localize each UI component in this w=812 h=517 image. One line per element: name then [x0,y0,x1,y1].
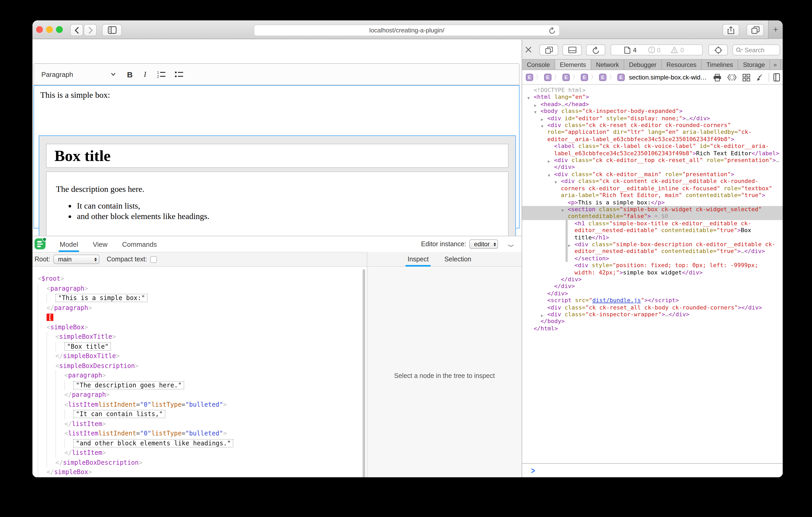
inspector-tab-model[interactable]: Model [59,236,79,252]
model-text-node[interactable]: "This is a simple box:" [55,294,148,302]
model-tree-line[interactable]: "This is a simple box:" [38,293,362,303]
dom-tree-line[interactable]: ▼<html lang="en"> [522,94,783,101]
model-tree-line[interactable]: <simpleBoxDescription> [38,361,362,371]
model-text-node[interactable]: "Box title" [64,342,111,351]
forward-button[interactable] [84,24,97,36]
console-prompt[interactable]: > [522,463,783,477]
reload-page-button[interactable] [586,44,605,55]
inspector-tab-commands[interactable]: Commands [121,236,158,252]
details-sidebar-icon[interactable] [773,73,780,82]
dom-tree-line[interactable]: ▶<div class="ck ck-editor__top ck-reset_… [522,157,783,171]
inspector-tab-view[interactable]: View [92,236,109,252]
editor-instance-select[interactable]: editor ▲▼ [469,239,498,249]
tab-overview-button[interactable] [747,24,764,36]
italic-button[interactable]: I [144,70,146,79]
dom-tree-line[interactable]: <!DOCTYPE html> [522,87,783,94]
model-tree-line[interactable]: "Box title" [38,342,362,351]
collapsed-arrow-icon[interactable]: ▶ [568,242,571,249]
close-devtools-button[interactable] [525,44,532,55]
devtools-tab-console[interactable]: Console [522,60,555,69]
dom-tree-line[interactable]: ▼<div class="ck ck-reset ck-editor ck-ro… [522,122,783,143]
dom-tree-line[interactable]: ▼<div class="ck ck-content ck-editor__ed… [522,178,783,199]
dom-tree-line[interactable]: ▶<div id="editor" style="display: none;"… [522,115,783,122]
model-tree-line[interactable]: "and other block elements like headings.… [38,438,362,448]
model-tree-line[interactable]: </simpleBox> [38,467,362,477]
simple-box-widget[interactable]: Box title The description goes here. It … [39,135,516,247]
model-tree-line[interactable]: "The description goes here." [38,380,362,390]
model-tree-line[interactable]: "It can contain lists," [38,409,362,419]
element-crumb[interactable]: E [544,73,551,81]
dom-tree-line[interactable]: <div style="position: fixed; top: 0px; l… [522,262,783,276]
share-button[interactable] [723,24,739,36]
minimize-button[interactable] [46,26,53,33]
dom-tree-line[interactable]: </div> [522,290,783,297]
model-tree-line[interactable]: <$root> [38,274,362,283]
dom-tree-line[interactable]: </body> [522,318,783,325]
element-crumb[interactable]: E [599,73,606,81]
model-tree-line[interactable]: <paragraph> [38,371,362,380]
printer-icon[interactable] [713,73,722,81]
zoom-button[interactable] [56,26,63,33]
model-tree-line[interactable]: </listItem> [38,419,362,429]
dom-tree-line[interactable]: ▼<div class="ck ck-editor__main" role="p… [522,171,783,178]
devtools-tab-storage[interactable]: Storage [738,60,770,69]
expanded-arrow-icon[interactable]: ▼ [555,179,557,186]
model-tree-line[interactable]: </paragraph> [38,303,362,313]
dom-tree-line[interactable]: ▼<body class="ck-inspector-body-expanded… [522,108,783,115]
model-tree-line[interactable]: <listItem listIndent="0" listType="bulle… [38,400,362,409]
collapse-inspector-button[interactable]: ⌄ [505,239,517,249]
dom-tree-line[interactable]: <script src="dist/bundle.js"></script> [522,297,783,304]
back-button[interactable] [70,24,83,36]
model-tree-line[interactable]: </paragraph> [38,390,362,400]
model-text-node[interactable]: "The description goes here." [73,381,184,390]
brush-icon[interactable] [756,73,763,82]
dom-tree-line[interactable]: <div class="ck ck-reset_all ck-body ck-r… [522,304,783,311]
dock-to-bottom-button[interactable] [562,44,582,55]
dom-tree-line[interactable]: </div> [522,276,783,283]
dom-tree-line[interactable]: <h1 class="simple-box-title ck-editor__e… [522,220,783,241]
devtools-tab-debugger[interactable]: Debugger [624,60,662,69]
devtools-tab-elements[interactable]: Elements [555,60,591,69]
add-tab-button[interactable]: + [781,60,783,69]
devtools-tab-timelines[interactable]: Timelines [702,60,738,69]
grid-icon[interactable] [743,73,750,81]
bulleted-list-button[interactable] [174,70,183,78]
expanded-arrow-icon[interactable]: ▼ [541,123,543,130]
element-crumb[interactable]: E [581,73,588,81]
simple-box-description[interactable]: The description goes here. It can contai… [46,172,509,240]
element-picker-button[interactable] [708,44,728,55]
code-brackets-icon[interactable] [727,74,737,81]
model-tree-line[interactable]: </simpleBoxTitle> [38,351,362,361]
sidebar-button[interactable] [102,24,122,36]
model-tree-line[interactable]: <simpleBoxTitle> [38,332,362,342]
address-bar[interactable]: localhost/creating-a-plugin/ [254,25,560,36]
root-select[interactable]: main ▲▼ [53,254,99,264]
model-tree-line[interactable]: [ [38,313,362,322]
dom-tree-line[interactable]: <label class="ck ck-label ck-voice-label… [522,143,783,157]
numbered-list-button[interactable]: 12 [157,70,166,78]
new-tab-button[interactable]: + [768,20,783,39]
dom-tree-line[interactable]: ▶<div class="simple-box-description ck-e… [522,241,783,255]
dropdown-chevron-icon[interactable] [111,73,115,76]
model-tree-line[interactable]: ] [38,477,362,477]
dom-tree-line[interactable]: </html> [522,325,783,332]
devtools-tab-network[interactable]: Network [591,60,624,69]
close-button[interactable] [36,26,43,33]
element-crumb[interactable]: E [617,73,625,81]
devtools-tab-resources[interactable]: Resources [662,60,702,69]
dom-tree-line[interactable]: ▶<head>…</head> [522,101,783,108]
model-text-node[interactable]: "and other block elements like headings.… [73,439,233,448]
model-tree-line[interactable]: <paragraph> [38,283,362,293]
model-tree-scrollbar[interactable] [362,269,365,477]
tab-overflow-button[interactable]: » [770,60,780,69]
model-text-node[interactable]: "It can contain lists," [73,410,165,419]
collapsed-arrow-icon[interactable]: ▶ [548,158,550,165]
detach-devtools-button[interactable] [540,44,558,55]
pane-tab-inspect[interactable]: Inspect [405,252,431,266]
activity-summary[interactable]: 4 0 0 [611,44,703,55]
dom-tree-line[interactable]: <p>This is a simple box:</p> [522,199,783,206]
element-crumb[interactable]: E [562,73,570,81]
pane-tab-selection[interactable]: Selection [442,252,473,266]
model-tree-line[interactable]: <listItem listIndent="0" listType="bulle… [38,429,362,438]
editor-content[interactable]: This is a simple box: Box title The desc… [33,85,520,229]
